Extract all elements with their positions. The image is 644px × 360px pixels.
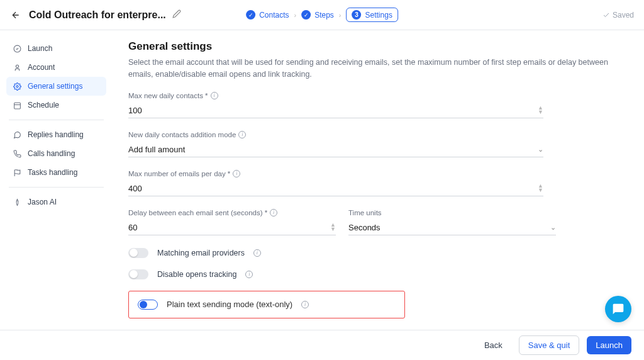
edit-icon[interactable] — [172, 9, 181, 20]
step-settings[interactable]: 3 Settings — [347, 8, 398, 22]
chevron-right-icon: › — [292, 11, 297, 19]
stepper-arrows-icon[interactable]: ▲▼ — [330, 223, 336, 232]
divider — [9, 120, 104, 120]
toggle-plain-text-highlight: Plain text sending mode (text-only) i — [128, 291, 405, 318]
number-input[interactable]: 400 ▲▼ — [128, 181, 543, 196]
user-icon — [13, 63, 21, 72]
svg-rect-3 — [14, 103, 20, 109]
input-value: 400 — [128, 184, 142, 193]
sidebar-item-schedule[interactable]: Schedule — [6, 96, 106, 115]
chat-widget-icon[interactable] — [605, 296, 631, 322]
sidebar-item-label: General settings — [28, 82, 82, 91]
header: Cold Outreach for enterpre... ✓ Contacts… — [0, 0, 644, 30]
step-label: Contacts — [259, 11, 289, 20]
info-icon[interactable]: i — [301, 301, 309, 308]
layout: Launch Account General settings Schedule… — [0, 30, 644, 330]
saved-status: Saved — [602, 11, 634, 20]
sidebar-item-label: Replies handling — [28, 130, 84, 139]
back-button[interactable]: Back — [475, 336, 511, 354]
divider — [9, 187, 104, 188]
footer: Back Save & quit Launch — [0, 330, 644, 360]
step-contacts[interactable]: ✓ Contacts — [246, 10, 289, 20]
calendar-icon — [13, 101, 21, 110]
label-text: Time units — [348, 209, 382, 217]
label-text: Max number of emails per day * — [128, 170, 230, 177]
select-value: Add full amount — [128, 145, 185, 154]
step-steps[interactable]: ✓ Steps — [301, 10, 334, 20]
toggle-matching-providers: Matching email providers i — [128, 248, 629, 258]
toggle-label: Matching email providers — [157, 249, 245, 257]
sidebar-item-label: Tasks handling — [28, 168, 77, 177]
flag-icon — [13, 168, 21, 177]
toggle-label: Plain text sending mode (text-only) — [167, 300, 292, 309]
info-icon[interactable]: i — [253, 249, 261, 257]
info-icon[interactable]: i — [211, 92, 218, 99]
toggle-switch[interactable] — [138, 300, 158, 310]
info-icon[interactable]: i — [233, 170, 240, 177]
main-content: General settings Select the email accoun… — [113, 30, 644, 330]
sidebar-item-tasks[interactable]: Tasks handling — [6, 163, 106, 182]
check-circle-icon — [13, 44, 21, 53]
field-label: Max number of emails per day * i — [128, 170, 629, 177]
sidebar-item-launch[interactable]: Launch — [6, 39, 106, 58]
saved-label: Saved — [613, 11, 634, 20]
sidebar-item-general-settings[interactable]: General settings — [6, 77, 106, 96]
select-input[interactable]: Seconds ⌄ — [348, 220, 556, 235]
select-value: Seconds — [348, 223, 380, 232]
phone-icon — [13, 149, 21, 158]
field-max-emails-per-day: Max number of emails per day * i 400 ▲▼ — [128, 170, 629, 196]
label-text: Max new daily contacts * — [128, 92, 208, 99]
sidebar-item-label: Launch — [28, 44, 52, 53]
reply-icon — [13, 130, 21, 139]
save-quit-button[interactable]: Save & quit — [519, 335, 580, 355]
label-text: New daily contacts addition mode — [128, 131, 236, 138]
field-label: New daily contacts addition mode i — [128, 131, 629, 138]
sidebar: Launch Account General settings Schedule… — [0, 30, 113, 330]
stepper-arrows-icon[interactable]: ▲▼ — [538, 106, 543, 115]
svg-point-2 — [16, 85, 18, 87]
check-icon: ✓ — [301, 10, 311, 20]
info-icon[interactable]: i — [270, 209, 277, 217]
field-delay: Delay between each email sent (seconds) … — [128, 209, 336, 235]
info-icon[interactable]: i — [245, 271, 253, 278]
field-addition-mode: New daily contacts addition mode i Add f… — [128, 131, 629, 157]
page-description: Select the email account that will be us… — [128, 57, 619, 81]
toggle-disable-opens: Disable opens tracking i — [128, 269, 629, 279]
chevron-down-icon: ⌄ — [538, 145, 543, 154]
label-text: Delay between each email sent (seconds) … — [128, 209, 267, 217]
toggle-switch[interactable] — [128, 269, 148, 279]
sidebar-item-label: Calls handling — [28, 149, 75, 158]
input-value: 60 — [128, 223, 137, 232]
chevron-right-icon: › — [338, 11, 343, 19]
step-label: Steps — [314, 11, 334, 20]
field-label: Delay between each email sent (seconds) … — [128, 209, 336, 217]
info-icon[interactable]: i — [238, 131, 246, 138]
toggle-label: Disable opens tracking — [157, 270, 236, 279]
sidebar-item-label: Account — [28, 63, 55, 72]
sidebar-item-label: Schedule — [28, 101, 59, 110]
launch-button[interactable]: Launch — [587, 336, 631, 354]
step-number: 3 — [352, 10, 362, 20]
stepper-arrows-icon[interactable]: ▲▼ — [538, 184, 543, 193]
svg-point-1 — [16, 65, 18, 67]
sidebar-item-calls[interactable]: Calls handling — [6, 144, 106, 163]
field-label: Max new daily contacts * i — [128, 92, 629, 99]
sidebar-item-label: Jason AI — [28, 198, 57, 206]
page-title-header: Cold Outreach for enterpre... — [29, 9, 166, 21]
stepper: ✓ Contacts › ✓ Steps › 3 Settings — [246, 8, 398, 22]
sidebar-item-account[interactable]: Account — [6, 58, 106, 77]
field-label: Time units — [348, 209, 556, 217]
step-label: Settings — [365, 11, 392, 20]
sidebar-item-jason-ai[interactable]: Jason AI — [6, 193, 106, 211]
input-value: 100 — [128, 106, 142, 115]
back-icon[interactable] — [10, 9, 21, 21]
field-max-new-daily-contacts: Max new daily contacts * i 100 ▲▼ — [128, 92, 629, 118]
number-input[interactable]: 100 ▲▼ — [128, 103, 543, 118]
sidebar-item-replies[interactable]: Replies handling — [6, 125, 106, 144]
chevron-down-icon: ⌄ — [550, 223, 556, 232]
toggle-switch[interactable] — [128, 248, 148, 258]
select-input[interactable]: Add full amount ⌄ — [128, 142, 543, 157]
check-icon: ✓ — [246, 10, 255, 20]
number-input[interactable]: 60 ▲▼ — [128, 220, 336, 235]
row-delay-time: Delay between each email sent (seconds) … — [128, 209, 629, 235]
